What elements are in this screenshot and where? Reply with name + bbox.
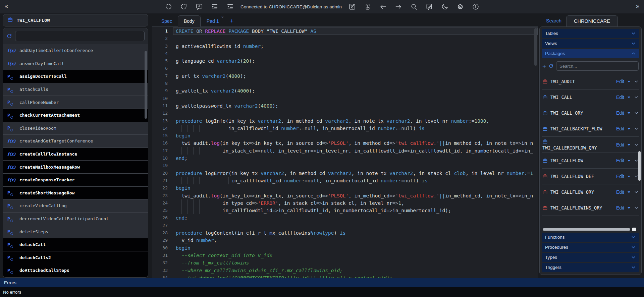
- outdent-icon[interactable]: [226, 3, 234, 10]
- package-row-TWI_CALL_QRY: TWI_CALL_QRYEdit: [542, 105, 639, 121]
- back-icon[interactable]: [379, 3, 387, 10]
- sidebar-item-createVideoCallLog[interactable]: PcreateVideoCallLog: [3, 199, 148, 212]
- edit-package-button[interactable]: Edit: [616, 158, 624, 163]
- package-row-TWI_CALLFLOWINS_QRY: TWI_CALLFLOWINS_QRYEdit: [542, 200, 639, 216]
- annotate-icon[interactable]: [426, 3, 433, 10]
- errors-panel-header[interactable]: Errors: [0, 278, 644, 287]
- editor-tab-body[interactable]: Body: [178, 15, 201, 27]
- edit-package-button[interactable]: Edit: [616, 189, 624, 195]
- editor-tab-pad-1[interactable]: Pad 1×: [201, 15, 225, 26]
- undo-icon[interactable]: [165, 3, 172, 10]
- edit-dropdown-caret-icon[interactable]: [628, 128, 630, 131]
- settings-icon[interactable]: [457, 3, 464, 10]
- redo-icon[interactable]: [180, 3, 187, 10]
- scrollbar-corner: [632, 228, 636, 231]
- member-label: attachCalls: [19, 87, 48, 92]
- edit-dropdown-caret-icon[interactable]: [628, 112, 630, 115]
- sidebar-item-detachCalls2[interactable]: PdetachCalls2: [3, 251, 148, 264]
- edit-package-button[interactable]: Edit: [616, 174, 624, 179]
- line-number: 14: [152, 125, 168, 132]
- tab-search[interactable]: Search: [546, 18, 561, 23]
- scrollbar-thumb[interactable]: [145, 51, 147, 119]
- comments-icon[interactable]: [196, 3, 203, 10]
- sidebar-item-doAttachedCallSteps[interactable]: PdoAttachedCallSteps: [3, 264, 148, 277]
- line-number: 26: [152, 214, 168, 222]
- sidebar-item-createMailboxMessageRow[interactable]: f(x)createMailboxMessageRow: [3, 160, 148, 173]
- code-line-22: 22begin: [152, 184, 538, 192]
- sidebar-item-assignDoctorToCall[interactable]: PassignDoctorToCall: [3, 70, 148, 83]
- package-name: TWI_AUDIT: [550, 79, 613, 84]
- edit-dropdown-caret-icon[interactable]: [628, 176, 630, 179]
- collapse-right-icon[interactable]: »: [636, 3, 639, 10]
- expand-package-chevron-icon[interactable]: [634, 95, 639, 100]
- sidebar-item-checkCurrentAttachement[interactable]: PcheckCurrentAttachement: [3, 109, 148, 122]
- vertical-scrollbar-thumb[interactable]: [638, 151, 641, 181]
- code-line-15: 15begin: [152, 132, 538, 139]
- code-editor[interactable]: 1CREATE OR REPLACE PACKAGE BODY "TWI_CAL…: [152, 27, 538, 278]
- editor-tab-spec[interactable]: Spec: [156, 15, 178, 26]
- sidebar-item-attachCalls[interactable]: PattachCalls: [3, 83, 148, 96]
- expand-package-chevron-icon[interactable]: [634, 174, 639, 179]
- sidebar-item-decrementVideoCallParticipantCount[interactable]: PdecrementVideoCallParticipantCount: [3, 212, 148, 225]
- new-tab-button[interactable]: +: [224, 15, 239, 26]
- section-header-triggers[interactable]: Triggers: [542, 263, 639, 272]
- sidebar-item-detachCall[interactable]: PdetachCall: [3, 238, 148, 251]
- sidebar-item-createShortMessageRow[interactable]: PcreateShortMessageRow: [3, 186, 148, 199]
- edit-dropdown-caret-icon[interactable]: [628, 160, 630, 163]
- sidebar-item-callPhoneNumber[interactable]: PcallPhoneNumber: [3, 96, 148, 109]
- edit-dropdown-caret-icon[interactable]: [628, 81, 630, 84]
- code-line-13: 13procedure logInfo(in_key_tx varchar2, …: [152, 117, 538, 125]
- section-header-packages[interactable]: Packages: [542, 49, 639, 58]
- expand-package-chevron-icon[interactable]: [634, 111, 639, 115]
- package-name: TWI_CALLFLOW: [550, 158, 613, 163]
- sidebar-item-addDayTimeCallerToConference[interactable]: f(x)addDayTimeCallerToConference: [3, 44, 148, 57]
- section-header-functions[interactable]: Functions: [542, 233, 639, 242]
- section-header-tables[interactable]: Tables: [542, 29, 639, 38]
- info-icon[interactable]: [472, 3, 479, 10]
- horizontal-scrollbar-thumb[interactable]: [543, 228, 630, 231]
- expand-package-chevron-icon[interactable]: [634, 158, 639, 163]
- tab-chroniccare[interactable]: CHRONICCARE: [566, 15, 618, 27]
- sidebar-item-createResponseTracker[interactable]: f(x)createResponseTracker: [3, 173, 148, 186]
- edit-dropdown-caret-icon[interactable]: [628, 144, 630, 147]
- member-label: createShortMessageRow: [19, 190, 74, 195]
- expand-package-chevron-icon[interactable]: [634, 126, 639, 131]
- edit-package-button[interactable]: Edit: [616, 110, 624, 116]
- sidebar-item-closeVideoRoom[interactable]: PcloseVideoRoom: [3, 122, 148, 135]
- edit-package-button[interactable]: Edit: [616, 126, 624, 131]
- dark-mode-icon[interactable]: [441, 3, 448, 10]
- sidebar-item-createCallFlowInstance[interactable]: f(x)createCallFlowInstance: [3, 147, 148, 161]
- add-package-button[interactable]: +: [542, 63, 546, 69]
- edit-dropdown-caret-icon[interactable]: [628, 191, 630, 194]
- edit-package-button[interactable]: Edit: [616, 95, 624, 100]
- export-file-icon[interactable]: [364, 3, 371, 10]
- section-header-views[interactable]: Views: [542, 39, 639, 48]
- refresh-icon[interactable]: [6, 33, 12, 39]
- sidebar-item-createAndGetTargetConference[interactable]: f(x)createAndGetTargetConference: [3, 134, 148, 147]
- close-tab-icon[interactable]: ×: [221, 15, 223, 19]
- sidebar-item-answerDayTimeCall[interactable]: f(x)answerDayTimeCall: [3, 57, 148, 70]
- package-search-input[interactable]: [556, 61, 639, 71]
- section-header-types[interactable]: Types: [542, 253, 639, 262]
- member-filter-input[interactable]: [15, 31, 145, 41]
- expand-package-chevron-icon[interactable]: [634, 79, 639, 84]
- edit-package-button[interactable]: Edit: [616, 79, 624, 84]
- procedure-icon: P: [7, 100, 16, 105]
- search-icon[interactable]: [410, 3, 418, 10]
- edit-dropdown-caret-icon[interactable]: [628, 207, 630, 210]
- section-header-procedures[interactable]: Procedures: [542, 243, 639, 252]
- package-name: TWI_CALL_QRY: [550, 110, 613, 116]
- indent-icon[interactable]: [211, 3, 218, 10]
- expand-package-chevron-icon[interactable]: [634, 190, 639, 194]
- edit-package-button[interactable]: Edit: [616, 142, 624, 147]
- collapse-left-icon[interactable]: «: [5, 3, 7, 10]
- expand-package-chevron-icon[interactable]: [634, 142, 639, 147]
- edit-package-button[interactable]: Edit: [616, 205, 624, 211]
- forward-icon[interactable]: [395, 3, 402, 10]
- edit-dropdown-caret-icon[interactable]: [628, 97, 630, 100]
- refresh-packages-icon[interactable]: [548, 63, 554, 69]
- package-icon: [542, 174, 548, 179]
- save-icon[interactable]: [348, 3, 356, 10]
- expand-package-chevron-icon[interactable]: [634, 205, 639, 210]
- sidebar-item-deleteSteps[interactable]: PdeleteSteps: [3, 225, 148, 238]
